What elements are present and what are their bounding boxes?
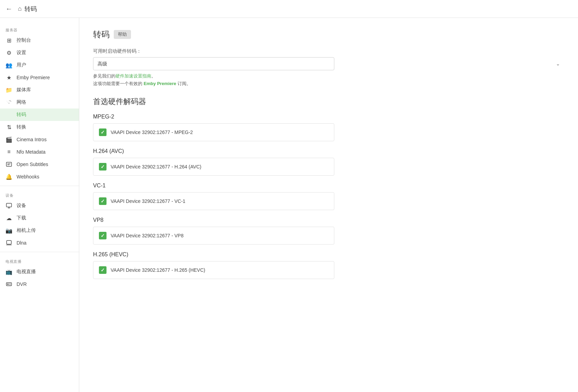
checkbox-mpeg2[interactable] [99, 128, 107, 136]
sidebar-divider-2 [0, 252, 79, 252]
codec-section-h265: H.265 (HEVC) VAAPI Device 32902:12677 - … [93, 251, 564, 279]
sidebar-item-label: 设备 [17, 203, 26, 209]
dashboard-icon: ⊞ [6, 37, 12, 44]
codec-label-h264: H.264 (AVC) [93, 148, 564, 154]
hardware-field-label: 可用时启动硬件转码： [93, 48, 564, 54]
sidebar-item-library[interactable]: 📁 媒体库 [0, 84, 79, 96]
page-title: 转码 [93, 29, 110, 40]
sidebar-item-label: 网络 [17, 99, 26, 105]
codec-option-h264[interactable]: VAAPI Device 32902:12677 - H.264 (AVC) [93, 158, 334, 176]
sidebar: 服务器 ⊞ 控制台 ⚙ 设置 👥 用户 ★ Emby Premiere 📁 媒体… [0, 18, 79, 392]
settings-icon: ⚙ [6, 49, 12, 56]
codec-option-mpeg2[interactable]: VAAPI Device 32902:12677 - MPEG-2 [93, 123, 334, 141]
codec-section-vc1: VC-1 VAAPI Device 32902:12677 - VC-1 [93, 183, 564, 210]
svg-point-9 [8, 284, 9, 285]
codec-option-vp8[interactable]: VAAPI Device 32902:12677 - VP8 [93, 227, 334, 245]
sidebar-item-label: Nfo Metadata [17, 149, 45, 155]
codec-section-mpeg2: MPEG-2 VAAPI Device 32902:12677 - MPEG-2 [93, 114, 564, 141]
sidebar-item-label: DVR [17, 281, 27, 287]
sidebar-item-network[interactable]: 网络 [0, 96, 79, 109]
sidebar-item-cinema[interactable]: 🎬 Cinema Intros [0, 133, 79, 146]
folder-icon: 📁 [6, 86, 12, 93]
sidebar-item-dlna[interactable]: Dlna [0, 237, 79, 249]
sidebar-item-label: 相机上传 [17, 227, 36, 234]
sidebar-item-download[interactable]: ☁ 下载 [0, 212, 79, 224]
sidebar-section-tv: 电视直播 [0, 255, 79, 266]
checkbox-vp8[interactable] [99, 232, 107, 239]
hardware-select[interactable]: 高级 基础 无 [93, 57, 334, 70]
info-line-2: 这项功能需要一个有效的 Emby Premiere 订阅。 [93, 81, 564, 87]
sidebar-item-settings[interactable]: ⚙ 设置 [0, 47, 79, 59]
codec-device-h265: VAAPI Device 32902:12677 - H.265 (HEVC) [111, 267, 205, 273]
star-icon: ★ [6, 74, 12, 81]
sidebar-item-dashboard[interactable]: ⊞ 控制台 [0, 34, 79, 47]
devices-icon [6, 202, 12, 209]
sidebar-item-label: 用户 [17, 62, 26, 68]
codec-device-vc1: VAAPI Device 32902:12677 - VC-1 [111, 198, 185, 204]
sidebar-item-label: Cinema Intros [17, 137, 47, 142]
sidebar-item-label: 转换 [17, 124, 26, 130]
top-bar-title: 转码 [24, 5, 37, 13]
premiere-link[interactable]: Emby Premiere [144, 81, 176, 86]
svg-rect-6 [7, 240, 11, 244]
codec-label-vp8: VP8 [93, 217, 564, 223]
codec-option-h265[interactable]: VAAPI Device 32902:12677 - H.265 (HEVC) [93, 261, 334, 279]
sidebar-item-nfo[interactable]: ≡ Nfo Metadata [0, 146, 79, 158]
main-layout: 服务器 ⊞ 控制台 ⚙ 设置 👥 用户 ★ Emby Premiere 📁 媒体… [0, 18, 578, 392]
sidebar-item-transcode[interactable]: 转码 [0, 109, 79, 121]
sidebar-item-label: 转码 [17, 112, 26, 118]
sidebar-item-users[interactable]: 👥 用户 [0, 59, 79, 71]
svg-rect-0 [7, 162, 12, 166]
sidebar-item-premiere[interactable]: ★ Emby Premiere [0, 71, 79, 84]
sidebar-item-devices[interactable]: 设备 [0, 199, 79, 212]
subtitles-icon [6, 161, 12, 168]
codec-device-vp8: VAAPI Device 32902:12677 - VP8 [111, 233, 183, 238]
codec-option-vc1[interactable]: VAAPI Device 32902:12677 - VC-1 [93, 192, 334, 210]
sidebar-item-subtitles[interactable]: Open Subtitles [0, 158, 79, 171]
hardware-select-wrapper: 高级 基础 无 ⌄ [93, 57, 564, 70]
codec-label-mpeg2: MPEG-2 [93, 114, 564, 120]
sidebar-divider-1 [0, 186, 79, 186]
users-icon: 👥 [6, 62, 12, 69]
sidebar-item-label: 媒体库 [17, 87, 31, 93]
sidebar-item-label: 控制台 [17, 37, 31, 43]
camera-icon: 📷 [6, 227, 12, 234]
sidebar-item-dvr[interactable]: DVR [0, 278, 79, 290]
sidebar-section-devices: 设备 [0, 189, 79, 199]
sidebar-item-convert[interactable]: ⇅ 转换 [0, 121, 79, 133]
cinema-icon: 🎬 [6, 136, 12, 143]
hw-guide-link[interactable]: 硬件加速设置指南 [115, 73, 151, 79]
back-button[interactable]: ← [6, 5, 12, 13]
help-button[interactable]: 帮助 [114, 30, 131, 39]
sidebar-item-label: Emby Premiere [17, 75, 50, 80]
top-bar: ← ⌂ 转码 [0, 0, 578, 18]
transcode-icon [6, 111, 12, 118]
hw-decoder-section-title: 首选硬件解码器 [93, 96, 564, 107]
sidebar-item-label: 电视直播 [17, 269, 36, 275]
codec-section-h264: H.264 (AVC) VAAPI Device 32902:12677 - H… [93, 148, 564, 176]
chevron-down-icon: ⌄ [556, 61, 560, 66]
sidebar-item-camera[interactable]: 📷 相机上传 [0, 224, 79, 237]
sidebar-item-label: Dlna [17, 240, 27, 246]
network-icon [6, 99, 12, 106]
sidebar-item-label: 下载 [17, 215, 26, 221]
sidebar-section-server: 服务器 [0, 23, 79, 34]
sidebar-item-label: 设置 [17, 50, 26, 56]
codec-device-mpeg2: VAAPI Device 32902:12677 - MPEG-2 [111, 130, 193, 135]
dvr-icon [6, 281, 12, 288]
sidebar-item-webhooks[interactable]: 🔔 Webhooks [0, 171, 79, 183]
home-button[interactable]: ⌂ [18, 5, 22, 12]
page-header: 转码 帮助 [93, 29, 564, 40]
codec-label-h265: H.265 (HEVC) [93, 251, 564, 258]
codec-section-vp8: VP8 VAAPI Device 32902:12677 - VP8 [93, 217, 564, 245]
content-area: 转码 帮助 可用时启动硬件转码： 高级 基础 无 ⌄ 参见我们的硬件加速设置指南… [79, 18, 578, 392]
convert-icon: ⇅ [6, 124, 12, 131]
dlna-icon [6, 239, 12, 246]
sidebar-item-label: Open Subtitles [17, 162, 48, 167]
checkbox-h265[interactable] [99, 266, 107, 274]
checkbox-h264[interactable] [99, 163, 107, 171]
checkbox-vc1[interactable] [99, 197, 107, 205]
codec-label-vc1: VC-1 [93, 183, 564, 189]
info-line-1: 参见我们的硬件加速设置指南。 [93, 73, 564, 79]
sidebar-item-livetv[interactable]: 📺 电视直播 [0, 266, 79, 278]
